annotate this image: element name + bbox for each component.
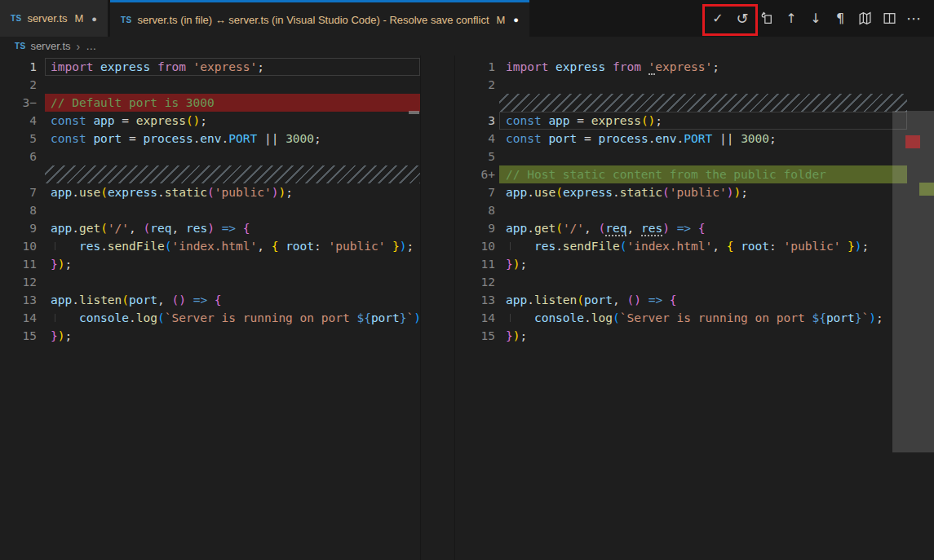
code-token: || xyxy=(257,132,286,145)
code-line[interactable]: const app = express(); xyxy=(499,112,907,130)
code-line[interactable]: app.use(express.static('public')); xyxy=(45,183,420,201)
code-line[interactable] xyxy=(45,148,420,165)
code-line[interactable] xyxy=(45,273,420,291)
left-code-row: 8 xyxy=(0,201,420,219)
code-token: () xyxy=(641,114,655,127)
code-token: env xyxy=(200,132,221,145)
code-line[interactable] xyxy=(499,201,907,219)
next-change-button[interactable]: ↓ xyxy=(803,0,828,37)
code-token: () xyxy=(626,293,640,306)
code-token: from xyxy=(613,60,648,73)
code-line[interactable]: app.get('/', (req, res) => { xyxy=(499,219,907,237)
code-line[interactable]: console.log(`Server is running on port $… xyxy=(45,309,420,327)
previous-change-button[interactable]: ↑ xyxy=(779,0,803,37)
tab-server-ts[interactable]: TS server.ts M ● xyxy=(0,0,108,37)
code-token: app xyxy=(51,293,72,306)
dirty-indicator-icon[interactable]: ● xyxy=(91,14,97,24)
left-code-row xyxy=(0,165,420,183)
code-line[interactable]: app.get('/', (req, res) => { xyxy=(45,219,420,237)
code-token: . xyxy=(584,311,591,324)
code-token xyxy=(186,293,193,306)
code-token: ; xyxy=(286,186,293,199)
overview-added-marker xyxy=(919,183,934,196)
code-token xyxy=(385,240,392,253)
line-number: 3− xyxy=(0,94,37,112)
code-line[interactable] xyxy=(45,201,420,219)
code-token: . xyxy=(556,240,563,253)
code-line[interactable] xyxy=(45,76,420,94)
code-line[interactable]: import express from 'express'; xyxy=(499,58,907,76)
line-number: 11 xyxy=(455,255,495,273)
code-line[interactable]: }); xyxy=(45,255,420,273)
code-line[interactable] xyxy=(499,148,907,165)
discard-icon: ↺ xyxy=(736,11,748,26)
code-line[interactable]: const port = process.env.PORT || 3000; xyxy=(499,130,907,148)
code-token: 'index.html' xyxy=(171,240,257,253)
dirty-indicator-icon[interactable]: ● xyxy=(513,15,519,24)
code-token: => xyxy=(677,222,691,235)
code-token xyxy=(840,240,848,253)
line-number: 13 xyxy=(455,291,495,309)
line-number: 8 xyxy=(455,201,495,219)
code-line[interactable]: }); xyxy=(499,327,907,345)
code-token: { xyxy=(670,293,677,306)
code-line[interactable]: console.log(`Server is running on port $… xyxy=(499,309,907,327)
code-line[interactable]: }); xyxy=(45,327,420,345)
more-actions-button[interactable]: ⋯ xyxy=(901,0,926,37)
discard-button[interactable]: ↺ xyxy=(730,0,755,37)
tab-resolve-save-conflict[interactable]: TS server.ts (in file) ↔ server.ts (in V… xyxy=(110,0,529,37)
map-button[interactable] xyxy=(852,0,877,37)
code-line[interactable]: import express from 'express'; xyxy=(45,58,420,76)
split-editor-button[interactable] xyxy=(877,0,901,37)
code-line[interactable]: // Default port is 3000 xyxy=(45,94,420,112)
code-line[interactable]: app.listen(port, () => { xyxy=(45,291,420,309)
right-code-row: 14 console.log(`Server is running on por… xyxy=(455,309,934,327)
git-modified-badge: M xyxy=(497,14,506,26)
code-token: from xyxy=(157,60,193,73)
code-line[interactable] xyxy=(499,76,907,94)
code-token: => xyxy=(193,293,207,306)
breadcrumb-file[interactable]: server.ts xyxy=(30,40,70,52)
accept-merge-button[interactable]: ✓ xyxy=(706,0,730,37)
code-line[interactable]: const app = express(); xyxy=(45,112,420,130)
code-token: PORT xyxy=(684,132,712,145)
line-number: 1 xyxy=(0,58,37,76)
code-token: ; xyxy=(862,240,870,253)
left-code-row: 4const app = express(); xyxy=(0,112,420,130)
left-scrollbar-slider[interactable] xyxy=(409,111,419,114)
code-token: get xyxy=(79,222,100,235)
code-line[interactable] xyxy=(499,273,907,291)
open-file-button[interactable] xyxy=(755,0,779,37)
code-token xyxy=(215,222,222,235)
code-token: } xyxy=(506,329,513,342)
code-line[interactable]: // Host static content from the public f… xyxy=(499,165,907,183)
code-token: ) xyxy=(869,311,876,324)
code-token: . xyxy=(72,293,79,306)
code-line[interactable]: const port = process.env.PORT || 3000; xyxy=(45,130,420,148)
code-token: port xyxy=(584,293,613,306)
overview-removed-marker xyxy=(905,135,920,148)
typescript-icon: TS xyxy=(11,14,21,23)
breadcrumb-more[interactable]: … xyxy=(86,40,96,52)
missing-line-filler xyxy=(45,165,420,183)
arrow-down-icon: ↓ xyxy=(810,12,821,25)
code-token: } xyxy=(855,311,862,324)
code-token: listen xyxy=(534,293,577,306)
right-code-row: 5 xyxy=(455,148,934,165)
code-line[interactable]: }); xyxy=(499,255,907,273)
pane-divider[interactable] xyxy=(420,55,455,560)
toggle-whitespace-button[interactable]: ¶ xyxy=(828,0,852,37)
code-line[interactable]: res.sendFile('index.html', { root: 'publ… xyxy=(499,237,907,255)
code-token: ; xyxy=(257,60,264,73)
left-code-row: 14 console.log(`Server is running on por… xyxy=(0,309,420,327)
code-line[interactable]: app.use(express.static('public')); xyxy=(499,183,907,201)
right-scrollbar-minimap[interactable] xyxy=(892,111,934,452)
code-token: port xyxy=(129,293,157,306)
code-token: ( xyxy=(157,311,165,324)
code-line[interactable]: res.sendFile('index.html', { root: 'publ… xyxy=(45,237,420,255)
code-token: . xyxy=(157,186,165,199)
code-token: app xyxy=(51,186,72,199)
code-token: 'index.html' xyxy=(626,240,712,253)
code-token: . xyxy=(677,132,684,145)
code-line[interactable]: app.listen(port, () => { xyxy=(499,291,907,309)
